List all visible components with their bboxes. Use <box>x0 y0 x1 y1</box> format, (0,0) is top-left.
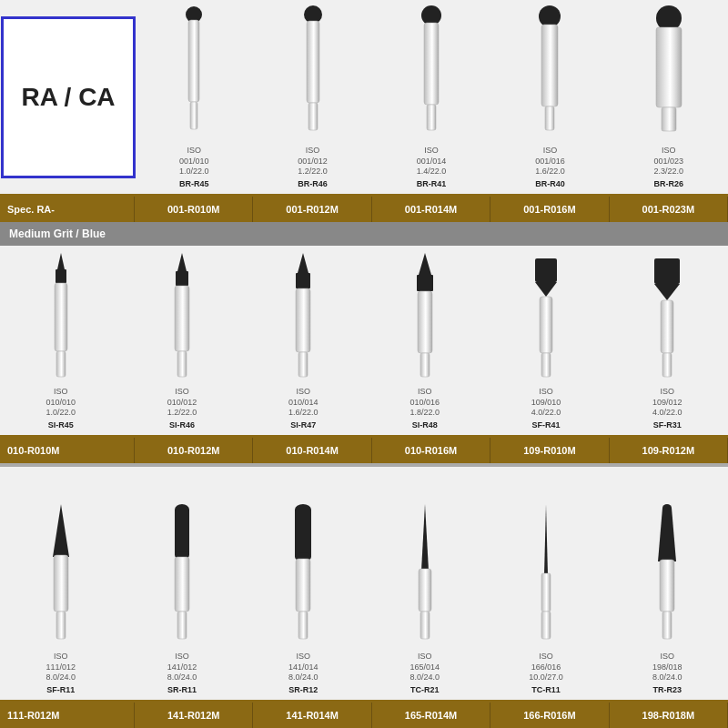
svg-marker-19 <box>177 253 187 271</box>
third-info-1: ISO 111/012 8.0/24.0 <box>46 652 76 683</box>
main-container: RA / CA <box>0 0 728 728</box>
third-info-5: ISO 166/016 10.0/27.0 <box>529 652 563 683</box>
spec-label: Spec. RA- <box>7 204 55 215</box>
spec2-code-2: 010-R012M <box>135 438 253 463</box>
ra-ca-label: RA / CA <box>21 83 115 112</box>
bur-image-1: ISO 001/010 1.0/22.0 BR-R45 <box>174 5 214 188</box>
third-code-3: SR-R12 <box>288 685 318 694</box>
spec-row-2: 010-R010M 010-R012M 010-R014M 010-R016M … <box>0 438 728 463</box>
bur-code-3: BR-R41 <box>417 179 447 188</box>
svg-rect-40 <box>54 555 68 612</box>
tool-cell-1: ISO 001/010 1.0/22.0 BR-R45 <box>135 0 253 194</box>
medium-svg-5 <box>526 251 566 383</box>
spec-code-4: 001-R016M <box>490 197 609 222</box>
svg-rect-5 <box>308 103 318 130</box>
bur-info-4: ISO 001/016 1.6/22.0 <box>535 146 565 177</box>
spec3-code-4: 165-R014M <box>372 703 490 728</box>
svg-marker-15 <box>57 253 65 269</box>
third-code-2: SR-R11 <box>167 685 197 694</box>
third-cell-2: ISO 141/012 8.0/24.0 SR-R11 <box>121 467 242 700</box>
svg-rect-43 <box>175 510 189 555</box>
m-info-1: ISO 010/010 1.0/22.0 <box>46 387 76 419</box>
svg-point-9 <box>539 5 561 27</box>
bur-code-1: BR-R45 <box>179 179 209 188</box>
svg-rect-18 <box>56 351 66 377</box>
medium-svg-1 <box>41 251 81 383</box>
third-info-3: ISO 141/014 8.0/24.0 <box>288 652 318 683</box>
bur-image-5: ISO 001/023 2.3/22.0 BR-R26 <box>644 5 693 188</box>
bur-code-5: BR-R26 <box>654 179 684 188</box>
svg-marker-36 <box>654 284 680 300</box>
svg-rect-29 <box>418 291 432 353</box>
third-code-1: SF-R11 <box>46 685 75 694</box>
section1-row: RA / CA <box>0 0 728 197</box>
svg-rect-53 <box>419 569 431 612</box>
medium-cell-6: ISO 109/012 4.0/22.0 SF-R31 <box>607 246 728 435</box>
svg-point-6 <box>421 5 441 25</box>
svg-rect-4 <box>307 21 319 103</box>
svg-rect-48 <box>295 510 311 557</box>
svg-rect-46 <box>177 612 187 639</box>
svg-rect-17 <box>55 283 67 351</box>
medium-svg-3 <box>283 251 323 383</box>
medium-cell-5: ISO 109/010 4.0/22.0 SF-R41 <box>485 246 606 435</box>
third-cell-5: ISO 166/016 10.0/27.0 TC-R11 <box>485 467 606 700</box>
m-code-1: SI-R45 <box>48 420 74 430</box>
spec2-code-5: 109-R010M <box>490 438 609 463</box>
third-code-5: TC-R11 <box>531 685 561 694</box>
svg-rect-26 <box>298 352 308 377</box>
bur-svg-2 <box>293 5 333 142</box>
svg-marker-32 <box>535 282 557 297</box>
spec2-code-4: 010-R016M <box>372 438 490 463</box>
svg-rect-8 <box>427 105 436 130</box>
section2-label: Medium Grit / Blue <box>9 228 106 240</box>
ra-ca-box: RA / CA <box>1 16 136 178</box>
spec-code-2: 001-R012M <box>253 197 371 222</box>
svg-rect-14 <box>662 107 676 131</box>
m-code-5: SF-R41 <box>531 420 560 430</box>
svg-rect-10 <box>541 25 558 106</box>
third-cell-6: ISO 198/018 8.0/24.0 TR-R23 <box>607 467 728 700</box>
bur-info-1: ISO 001/010 1.0/22.0 <box>179 146 209 177</box>
svg-rect-33 <box>540 297 552 353</box>
m-info-5: ISO 109/010 4.0/22.0 <box>531 387 561 419</box>
third-svg-2 <box>162 502 202 648</box>
m-code-3: SI-R47 <box>290 420 316 430</box>
svg-rect-24 <box>296 273 310 288</box>
third-code-4: TC-R21 <box>410 685 440 694</box>
svg-rect-41 <box>56 612 66 639</box>
bur-image-4: ISO 001/016 1.6/22.0 BR-R40 <box>530 5 570 188</box>
bur-svg-4 <box>530 5 570 142</box>
svg-rect-31 <box>535 258 557 282</box>
svg-rect-22 <box>177 351 187 377</box>
medium-cell-4: ISO 010/016 1.8/22.0 SI-R48 <box>364 246 485 435</box>
svg-rect-60 <box>660 560 674 612</box>
svg-marker-39 <box>53 504 69 557</box>
section2-header: Medium Grit / Blue <box>0 222 728 246</box>
spec2-code-6: 109-R012M <box>610 438 728 463</box>
svg-marker-23 <box>298 253 308 273</box>
spec2-code-1: 010-R010M <box>0 438 135 463</box>
m-code-2: SI-R46 <box>169 420 195 430</box>
medium-cell-1: ISO 010/010 1.0/22.0 SI-R45 <box>0 246 121 435</box>
bur-code-2: BR-R46 <box>298 179 328 188</box>
svg-rect-21 <box>175 286 189 351</box>
third-info-4: ISO 165/014 8.0/24.0 <box>410 652 440 683</box>
bur-info-3: ISO 001/014 1.4/22.0 <box>417 146 447 177</box>
svg-rect-2 <box>190 102 197 129</box>
spec-row-3: 111-R012M 141-R012M 141-R014M 165-R014M … <box>0 703 728 728</box>
svg-rect-35 <box>654 258 680 284</box>
third-svg-5 <box>526 502 566 648</box>
m-info-3: ISO 010/014 1.6/22.0 <box>288 387 318 419</box>
m-code-6: SF-R31 <box>653 420 682 430</box>
bur-code-4: BR-R40 <box>535 179 565 188</box>
medium-svg-4 <box>405 251 445 383</box>
bur-image-2: ISO 001/012 1.2/22.0 BR-R46 <box>293 5 333 188</box>
medium-svg-6 <box>647 251 687 383</box>
medium-cell-2: ISO 010/012 1.2/22.0 SI-R46 <box>121 246 242 435</box>
third-code-6: TR-R23 <box>653 685 682 694</box>
m-info-2: ISO 010/012 1.2/22.0 <box>167 387 197 419</box>
third-svg-3 <box>283 502 323 648</box>
svg-rect-20 <box>176 271 188 286</box>
bur-svg-5 <box>644 5 693 142</box>
